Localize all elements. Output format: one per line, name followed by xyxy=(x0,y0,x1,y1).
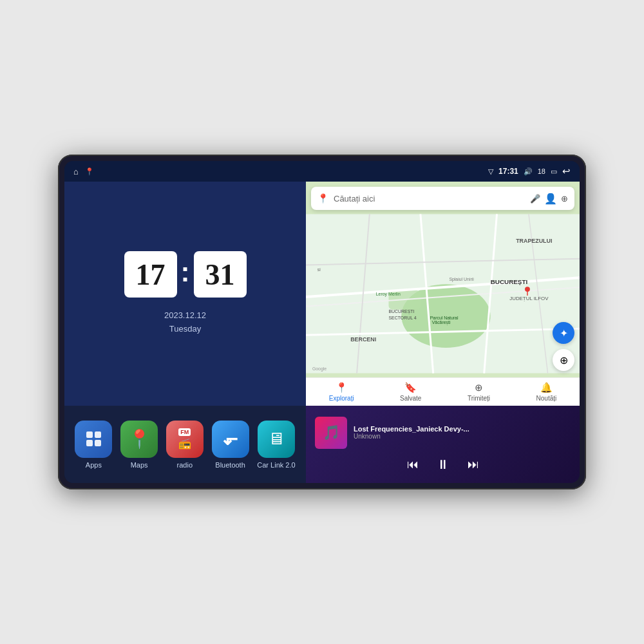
send-label: Trimiteți xyxy=(468,395,490,402)
map-nav-saved[interactable]: 🔖 Salvate xyxy=(400,382,421,402)
radio-icon: FM 📻 xyxy=(166,421,204,458)
svg-text:TRAPEZULUI: TRAPEZULUI xyxy=(516,238,552,244)
map-background: TRAPEZULUI BUCUREȘTI JUDEȚUL ILFOV BERCE… xyxy=(306,182,580,406)
music-title: Lost Frequencies_Janieck Devy-... xyxy=(354,425,571,433)
svg-text:BUCUREȘTI: BUCUREȘTI xyxy=(388,309,414,314)
app-icon-maps[interactable]: 📍 Maps xyxy=(120,421,158,469)
news-icon: 🔔 xyxy=(540,382,553,393)
clock-date: 2023.12.12 Tuesday xyxy=(164,309,206,336)
send-icon: ⊕ xyxy=(475,382,483,393)
battery-level: 18 xyxy=(538,167,545,175)
music-info: 🎵 Lost Frequencies_Janieck Devy-... Unkn… xyxy=(315,417,571,449)
music-text: Lost Frequencies_Janieck Devy-... Unknow… xyxy=(354,425,571,440)
map-area[interactable]: TRAPEZULUI BUCUREȘTI JUDEȚUL ILFOV BERCE… xyxy=(306,182,580,406)
saved-label: Salvate xyxy=(400,395,421,402)
left-panel: 17 : 31 2023.12.12 Tuesday xyxy=(64,182,306,483)
next-icon: ⏭ xyxy=(468,458,479,471)
battery-icon: ▭ xyxy=(551,167,557,176)
map-nav-explore[interactable]: 📍 Explorați xyxy=(329,382,354,402)
status-right-icons: ▽ 17:31 🔊 18 ▭ ↩ xyxy=(488,166,571,177)
prev-icon: ⏮ xyxy=(407,458,419,471)
music-controls: ⏮ ⏸ ⏭ xyxy=(315,457,571,472)
signal-icon: ▽ xyxy=(488,167,493,176)
play-icon: ⏸ xyxy=(437,457,450,472)
map-search-placeholder: Căutați aici xyxy=(334,194,525,204)
svg-text:BUCUREȘTI: BUCUREȘTI xyxy=(491,278,528,285)
app-dock: Apps 📍 Maps FM 📻 xyxy=(64,406,306,483)
back-icon[interactable]: ↩ xyxy=(562,166,571,177)
map-location-button[interactable]: ⊕ xyxy=(553,349,574,371)
map-compass-button[interactable]: ✦ xyxy=(553,322,574,344)
svg-text:SECTORUL 4: SECTORUL 4 xyxy=(388,316,416,320)
maps-label: Maps xyxy=(131,461,148,469)
saved-icon: 🔖 xyxy=(404,382,417,393)
prev-button[interactable]: ⏮ xyxy=(407,458,419,471)
map-search-bar[interactable]: 📍 Căutați aici 🎤 👤 ⊕ xyxy=(311,187,574,210)
svg-text:si: si xyxy=(317,267,321,272)
clock-display: 17 : 31 xyxy=(124,251,247,298)
map-nav-news[interactable]: 🔔 Noutăți xyxy=(536,382,557,402)
map-nav-bar: 📍 Explorați 🔖 Salvate ⊕ Trimiteți 🔔 xyxy=(306,377,580,406)
explore-icon: 📍 xyxy=(336,382,348,393)
app-icon-radio[interactable]: FM 📻 radio xyxy=(166,421,204,469)
svg-text:JUDEȚUL ILFOV: JUDEȚUL ILFOV xyxy=(509,296,549,301)
layers-icon[interactable]: ⊕ xyxy=(561,194,568,204)
radio-label: radio xyxy=(177,461,193,469)
map-pin-icon: 📍 xyxy=(317,193,328,204)
account-icon[interactable]: 👤 xyxy=(544,193,557,205)
bluetooth-label: Bluetooth xyxy=(215,461,245,469)
svg-text:Văcărești: Văcărești xyxy=(432,320,451,325)
right-panel: TRAPEZULUI BUCUREȘTI JUDEȚUL ILFOV BERCE… xyxy=(306,182,580,483)
app-icon-apps[interactable]: Apps xyxy=(75,421,112,469)
svg-text:Leroy Merlin: Leroy Merlin xyxy=(376,292,401,297)
main-content: 17 : 31 2023.12.12 Tuesday xyxy=(64,182,580,483)
svg-text:BERCENI: BERCENI xyxy=(350,336,376,343)
app-icon-bluetooth[interactable]: ⬐ Bluetooth xyxy=(212,421,249,469)
bluetooth-icon: ⬐ xyxy=(212,421,249,458)
status-left-icons: ⌂ 📍 xyxy=(73,167,94,176)
map-nav-send[interactable]: ⊕ Trimiteți xyxy=(468,382,490,402)
clock-widget: 17 : 31 2023.12.12 Tuesday xyxy=(64,182,306,406)
clock-hours: 17 xyxy=(124,251,177,298)
map-search-actions: 🎤 👤 ⊕ xyxy=(530,193,568,205)
carlink-label: Car Link 2.0 xyxy=(257,461,295,469)
time-display: 17:31 xyxy=(498,167,518,176)
news-label: Noutăți xyxy=(536,395,557,402)
clock-colon: : xyxy=(181,257,190,288)
app-icon-carlink[interactable]: 🖥 Car Link 2.0 xyxy=(257,421,295,469)
device-frame: ⌂ 📍 ▽ 17:31 🔊 18 ▭ ↩ 17 : xyxy=(58,155,586,489)
svg-text:Parcul Natural: Parcul Natural xyxy=(430,316,459,320)
next-button[interactable]: ⏭ xyxy=(468,458,479,471)
compass-icon: ✦ xyxy=(560,327,568,339)
music-thumb-art: 🎵 xyxy=(315,417,347,449)
location-arrow-icon: ⊕ xyxy=(560,354,568,366)
carlink-icon: 🖥 xyxy=(258,421,295,458)
maps-icon: 📍 xyxy=(120,421,158,458)
volume-icon: 🔊 xyxy=(524,167,533,176)
svg-text:Splaiul Unirii: Splaiul Unirii xyxy=(449,277,474,282)
apps-icon xyxy=(75,421,112,458)
status-bar: ⌂ 📍 ▽ 17:31 🔊 18 ▭ ↩ xyxy=(64,161,580,182)
explore-label: Explorați xyxy=(329,395,354,402)
device-screen: ⌂ 📍 ▽ 17:31 🔊 18 ▭ ↩ 17 : xyxy=(64,161,580,483)
music-thumbnail: 🎵 xyxy=(315,417,347,449)
apps-label: Apps xyxy=(86,461,102,469)
play-pause-button[interactable]: ⏸ xyxy=(437,457,450,472)
music-artist: Unknown xyxy=(354,433,571,440)
home-icon[interactable]: ⌂ xyxy=(73,167,79,176)
clock-minutes: 31 xyxy=(194,251,247,298)
svg-text:Google: Google xyxy=(312,366,327,372)
maps-status-icon[interactable]: 📍 xyxy=(85,167,94,176)
music-player: 🎵 Lost Frequencies_Janieck Devy-... Unkn… xyxy=(306,406,580,483)
voice-search-icon[interactable]: 🎤 xyxy=(530,194,540,204)
